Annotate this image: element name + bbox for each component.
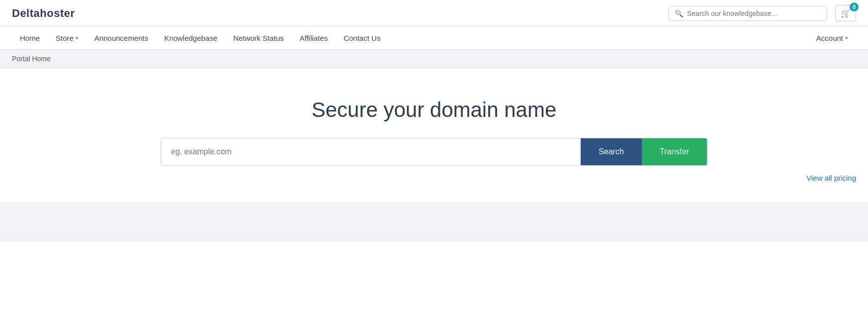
chevron-down-icon: ▾ xyxy=(76,35,79,41)
nav-item-network-status[interactable]: Network Status xyxy=(225,27,292,49)
cart-button[interactable]: 🛒 0 xyxy=(835,5,856,21)
footer-bar xyxy=(0,202,868,242)
nav-item-store[interactable]: Store ▾ xyxy=(48,27,87,49)
hero-title: Secure your domain name xyxy=(312,98,557,122)
knowledgebase-search-input[interactable] xyxy=(687,9,821,17)
nav-item-knowledgebase[interactable]: Knowledgebase xyxy=(156,27,225,49)
search-icon: 🔍 xyxy=(675,9,683,17)
view-pricing-link[interactable]: View all pricing xyxy=(309,174,856,182)
nav-item-contact-us[interactable]: Contact Us xyxy=(336,27,388,49)
chevron-down-icon: ▾ xyxy=(845,35,848,41)
hero-section: Secure your domain name Search Transfer … xyxy=(0,68,868,202)
nav-account[interactable]: Account ▾ xyxy=(808,27,856,49)
knowledgebase-search-box: 🔍 xyxy=(668,6,827,21)
nav-left: Home Store ▾ Announcements Knowledgebase… xyxy=(12,27,808,49)
nav-item-affiliates[interactable]: Affiliates xyxy=(292,27,336,49)
main-nav: Home Store ▾ Announcements Knowledgebase… xyxy=(0,27,868,50)
header-right: 🔍 🛒 0 xyxy=(668,5,856,21)
nav-item-home[interactable]: Home xyxy=(12,27,48,49)
breadcrumb: Portal Home xyxy=(0,50,868,68)
transfer-button[interactable]: Transfer xyxy=(642,138,707,165)
brand-logo[interactable]: Deltahoster xyxy=(12,7,75,20)
site-header: Deltahoster 🔍 🛒 0 xyxy=(0,0,868,27)
nav-item-announcements[interactable]: Announcements xyxy=(87,27,156,49)
search-button[interactable]: Search xyxy=(581,138,642,165)
domain-search-bar: Search Transfer xyxy=(161,138,707,166)
domain-search-input[interactable] xyxy=(161,138,581,165)
cart-badge: 0 xyxy=(850,2,859,11)
